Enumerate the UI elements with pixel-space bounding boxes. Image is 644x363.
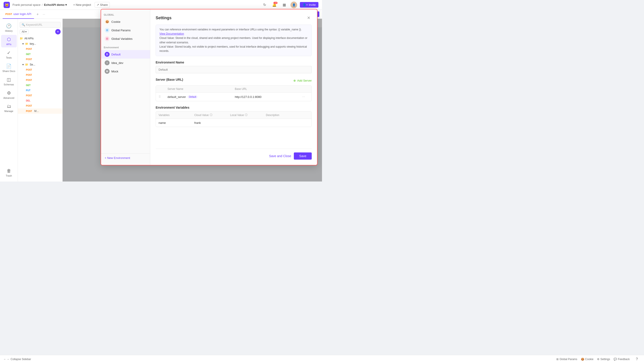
env-badge-d: D [105, 52, 110, 57]
sidebar-item-advanced[interactable]: ⚙ Advanced [1, 88, 17, 101]
tests-icon: ✓ [7, 50, 11, 55]
dashboard-button[interactable]: ▦ [281, 1, 288, 8]
cloud-info-icon: ⓘ [210, 113, 212, 117]
invite-button[interactable]: 👤+ Invite [300, 2, 318, 7]
global-vars-icon: ⊟ [105, 36, 110, 41]
app-logo: 🐱 [4, 2, 10, 8]
env-item-default[interactable]: D Default [101, 50, 150, 58]
modal-sidebar-global-variables[interactable]: ⊟ Global Variables [101, 34, 150, 43]
sidebar-item-tests[interactable]: ✓ Tests [1, 48, 17, 61]
method-badge: POST [25, 68, 33, 71]
env-item-idea-dev[interactable]: I Idea_dev [101, 58, 150, 67]
tab-user-login-api[interactable]: POST user login API [3, 10, 34, 19]
list-item[interactable]: POST [18, 46, 62, 52]
folder-icon: 📁 [20, 37, 23, 40]
list-item[interactable]: ▾ 📁 key... [18, 41, 62, 46]
refresh-button[interactable]: ↻ [261, 1, 268, 8]
global-params-label: Global Params [111, 29, 130, 32]
sidebar-item-apis[interactable]: ⬡ APIs [1, 35, 17, 47]
server-name-value: default_server [168, 95, 186, 99]
save-button[interactable]: Save [294, 152, 312, 160]
modal-sidebar-global-params[interactable]: ⊞ Global Params [101, 26, 150, 34]
server-url-value: http://127.0.0.1:8080 [235, 95, 302, 99]
method-badge: POST [25, 73, 33, 76]
list-item[interactable]: ▾ 📁 Se... [18, 62, 62, 67]
server-row-actions[interactable]: ··· [302, 95, 309, 99]
method-badge: PUT [25, 89, 31, 92]
list-item[interactable]: POST [18, 77, 62, 83]
project-label[interactable]: EchoAPI demo ▾ [44, 3, 67, 6]
method-badge: POST [25, 110, 33, 113]
filter-all[interactable]: All ▾ [20, 29, 28, 34]
list-item[interactable]: 📁 All APIs [18, 36, 62, 41]
main-layout: 🕐 History ⬡ APIs ✓ Tests 📄 Share Docs ◫ … [0, 19, 322, 181]
list-item[interactable]: PUT [18, 88, 62, 93]
add-api-button[interactable]: + [55, 29, 60, 34]
modal-sidebar-cookie[interactable]: 🍪 Cookie [101, 17, 150, 26]
sidebar-item-manage[interactable]: 🗂 Manage [1, 102, 17, 114]
drag-handle-icon[interactable]: ⠿ [158, 95, 168, 99]
sidebar-item-trash[interactable]: 🗑 Trash [1, 167, 17, 179]
sidebar-item-label: Share Docs [2, 70, 15, 72]
env-name-input[interactable] [156, 66, 312, 73]
topbar-right: ↻ 🔔 19 ▦ 👤 👤+ Invite [261, 1, 318, 8]
folder-icon: 📁 [25, 42, 28, 45]
notification-button[interactable]: 🔔 19 [271, 1, 278, 8]
search-input[interactable]: 🔍 Keyword/URL [20, 22, 60, 28]
chevron-down-icon: ▾ [65, 3, 67, 6]
new-project-button[interactable]: + New project [71, 2, 93, 7]
list-item[interactable]: POST [18, 67, 62, 72]
list-item[interactable]: POST [18, 72, 62, 77]
sidebar-item-schemas[interactable]: ◫ Schemas [1, 75, 17, 88]
filter-row: All ▾ + [18, 29, 62, 36]
folder-icon: 📁 [25, 63, 28, 66]
sidebar-item-share-docs[interactable]: 📄 Share Docs [1, 62, 17, 74]
cloud-value-desc: Cloud Value: Stored in the cloud, shared… [160, 36, 307, 44]
view-documentation-link[interactable]: View Documentation [160, 32, 184, 35]
var-cloud-value: frank [194, 121, 230, 124]
col-description: Description [266, 113, 309, 117]
tab-add-button[interactable]: + [35, 12, 40, 17]
share-docs-icon: 📄 [6, 63, 12, 69]
list-item[interactable]: POST [18, 57, 62, 62]
tab-method: POST [5, 13, 12, 15]
list-item[interactable]: POST M... [18, 108, 62, 114]
content-area: ⊞ Duplicate 📥 Archive ⋮ ⤢ Global 🍪 [62, 19, 322, 181]
server-table-header: Server Name Base URL [156, 86, 312, 92]
manage-icon: 🗂 [7, 104, 11, 109]
col-server-name: Server Name [168, 87, 235, 90]
apis-icon: ⬡ [7, 37, 11, 42]
new-environment-button[interactable]: + New Environment [105, 156, 146, 160]
local-info-icon: ⓘ [245, 113, 248, 117]
environment-section-label: Environment [101, 45, 150, 50]
sidebar-item-label: Schemas [4, 83, 14, 86]
history-icon: 🕐 [6, 23, 12, 29]
search-icon: 🔍 [22, 23, 25, 26]
sidebar-item-label: Advanced [3, 97, 14, 99]
api-list: 🔍 Keyword/URL All ▾ + 📁 All APIs ▾ 📁 key… [18, 19, 62, 181]
list-item[interactable]: POST [18, 103, 62, 108]
tab-label: user login API [14, 12, 31, 16]
env-badge-m: M [105, 69, 110, 74]
share-button[interactable]: ↗ Share [94, 2, 110, 7]
save-and-close-button[interactable]: Save and Close [269, 154, 291, 158]
add-server-button[interactable]: ⊕ Add Server [294, 79, 312, 82]
sidebar-item-history[interactable]: 🕐 History [1, 21, 17, 34]
method-badge: POST [25, 104, 33, 107]
list-item[interactable]: GET [18, 83, 62, 88]
modal-close-button[interactable]: ✕ [306, 15, 312, 21]
modal-info: You can reference environment variables … [156, 24, 312, 56]
list-item[interactable]: GET [18, 52, 62, 57]
env-vars-section: Environment Variables Variables Cloud Va… [156, 106, 312, 127]
schemas-icon: ◫ [7, 77, 11, 82]
list-item[interactable]: DEL [18, 98, 62, 103]
method-badge: POST [25, 48, 33, 50]
vars-table: Variables Cloud Value ⓘ Local Value ⓘ De… [156, 111, 312, 127]
breadcrumb: Frank personal space / EchoAPI demo ▾ [12, 3, 67, 6]
method-badge: POST [25, 94, 33, 97]
avatar[interactable]: 👤 [290, 1, 297, 8]
modal-footer: Save and Close Save [156, 149, 312, 160]
list-item[interactable]: POST [18, 93, 62, 98]
tab-more-button[interactable]: ··· [41, 12, 46, 17]
env-item-mock[interactable]: M Mock [101, 67, 150, 75]
